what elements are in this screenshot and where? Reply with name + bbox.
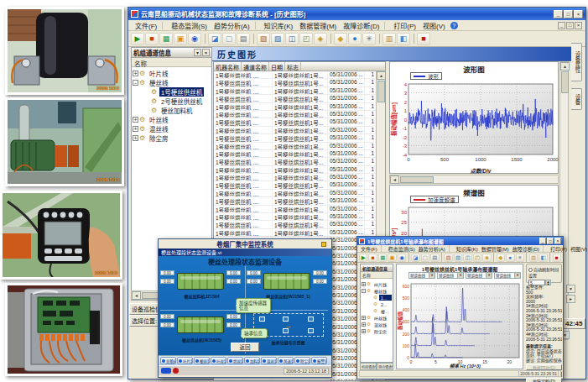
table-row[interactable]: 1号梗丝烘丝机 .... 1号梗丝烘丝机1号... 05/31/2006 ...…	[214, 181, 377, 189]
taskbar-item[interactable]: 梗丝监控	[194, 357, 210, 364]
scroll-down-button[interactable]: ▼	[566, 285, 575, 293]
tree-item[interactable]: + 叶丝线	[133, 115, 211, 124]
table-row[interactable]: 1号梗丝烘丝机 .... 1号梗丝烘丝机1号... 05/31/2006 ...…	[214, 213, 377, 221]
toolbar-button-icon[interactable]: ▣	[388, 254, 396, 262]
toolbar-button-icon[interactable]: ▨	[271, 33, 284, 45]
taskbar-item[interactable]: 除尘监控	[294, 357, 310, 364]
tab-device[interactable]: 设备	[571, 88, 582, 110]
scroll-thumb[interactable]	[561, 71, 569, 93]
toolbar-button-icon[interactable]: ■	[145, 33, 159, 45]
dock-close-icon[interactable]: ×	[202, 49, 210, 56]
menu-item[interactable]: 视图(V)	[419, 21, 449, 30]
table-row[interactable]: 1号梗丝烘丝机 .... 1号梗丝烘丝机1号... 05/31/2006 ...…	[214, 166, 377, 174]
toolbar-button-icon[interactable]: ▧	[444, 254, 452, 262]
tree-item[interactable]: + 除尘房	[362, 327, 392, 334]
menu-item[interactable]: 稳态监测(S)	[387, 245, 417, 253]
action-button[interactable]: 故障诊断(D)	[526, 378, 562, 382]
mdi-close-button[interactable]: ×	[575, 22, 582, 29]
toolbar-button-icon[interactable]: ▣	[174, 33, 187, 45]
scada-inner-titlebar[interactable]: 梗丝处理段状态监测设备.vi	[159, 249, 331, 256]
column-header[interactable]: 标志	[285, 62, 301, 71]
table-row[interactable]: 1号梗丝烘丝机 .... 1号梗丝烘丝机1号... 05/31/2006 ...…	[214, 221, 377, 228]
toolbar-button-icon[interactable]: ◈	[482, 254, 491, 262]
spinner-buttons[interactable]: ▲▼	[545, 280, 551, 285]
radio-icon[interactable]	[528, 268, 533, 272]
tab-point-channels[interactable]: 测点通道信息	[377, 363, 393, 370]
menu-item[interactable]: 打印(P)	[390, 21, 419, 30]
toolbar-button-icon[interactable]: ◉	[398, 254, 406, 262]
menu-item[interactable]	[384, 22, 388, 29]
tree-item[interactable]: 1号梗丝供丝机	[362, 294, 392, 301]
menu-item[interactable]: 数据管理(M)	[296, 21, 340, 30]
pin-icon[interactable]: ▾	[194, 49, 201, 56]
toolbar-button-icon[interactable]: ◧	[397, 33, 410, 45]
help-icon[interactable]: ?	[450, 22, 458, 29]
taskbar-item[interactable]: 加料监控	[244, 357, 260, 364]
table-row[interactable]: 1号梗丝烘丝机 .... 1号梗丝烘丝机1号... 05/31/2006 ...…	[214, 143, 377, 150]
menu-item[interactable]: 数据管理(M)	[480, 245, 511, 253]
toolbar-button-icon[interactable]: ■	[417, 33, 430, 45]
expand-toggle-icon[interactable]: +	[133, 117, 138, 123]
taskbar-item[interactable]: 风送监控	[278, 357, 294, 364]
table-row[interactable]: 1号梗丝烘丝机 .... 1号梗丝烘丝机1号... 05/31/2006 ...…	[214, 111, 377, 118]
toolbar-button-icon[interactable]	[202, 33, 207, 45]
scada-outer-titlebar[interactable]: 卷烟厂集中监控系统	[159, 239, 331, 249]
expand-toggle-icon[interactable]: +	[362, 329, 366, 333]
expand-toggle-icon[interactable]: +	[362, 322, 366, 327]
menu-item[interactable]: 打印(P)	[549, 245, 569, 253]
scroll-thumb[interactable]	[377, 81, 385, 102]
taskbar-item[interactable]: 烘丝监控	[227, 357, 243, 364]
scroll-left-icon[interactable]: ◄	[132, 291, 141, 300]
table-row[interactable]: 1号梗丝烘丝机 .... 1号梗丝烘丝机1号... 05/31/2006 ...…	[214, 174, 377, 181]
tab-device-properties[interactable]: 设备属性	[571, 43, 582, 81]
tree-item[interactable]: + 叶片线	[362, 280, 392, 287]
spectrum-curve-dropdown[interactable]: 频谱曲线 ▼	[466, 272, 492, 279]
expand-toggle-icon[interactable]: -	[362, 289, 366, 293]
table-row[interactable]: 1号梗丝烘丝机 .... 1号梗丝烘丝机1号... 05/31/2006 ...…	[214, 79, 377, 86]
spectrum-curve-dropdown[interactable]: 频谱曲线 ▼	[408, 272, 435, 279]
tree-item[interactable]: + 除尘房	[133, 133, 211, 143]
toolbar-button-icon[interactable]: ◪	[208, 33, 221, 45]
expand-toggle-icon[interactable]: +	[362, 282, 366, 286]
table-row[interactable]: 1号梗丝烘丝机 .... 1号梗丝烘丝机1号... 05/31/2006 ...…	[214, 190, 377, 197]
toolbar-button-icon[interactable]: ▧	[257, 33, 270, 45]
toolbar-button-icon[interactable]: ▦	[378, 254, 387, 262]
toolbar-button-icon[interactable]	[251, 33, 256, 45]
scroll-left-icon[interactable]: ◄	[390, 175, 399, 184]
menu-item[interactable]	[543, 245, 547, 253]
toolbar-button-icon[interactable]: ◫	[285, 33, 299, 45]
table-row[interactable]: 1号梗丝烘丝机 .... 1号梗丝烘丝机1号... 05/31/2006 ...…	[214, 127, 377, 134]
spectrum-curve-dropdown[interactable]: 频谱曲线 ▼	[494, 272, 521, 279]
toolbar-button-icon[interactable]: ▶	[131, 33, 144, 45]
toolbar-button-icon[interactable]: ▨	[454, 254, 462, 262]
toolbar-button-icon[interactable]	[407, 254, 410, 262]
menu-item[interactable]: 故障诊断(D)	[511, 245, 541, 253]
close-button[interactable]: ×	[574, 10, 583, 18]
menu-item[interactable]: 稳态监测(S)	[168, 21, 211, 30]
taskbar-item[interactable]: 叶丝监控	[211, 357, 226, 364]
waterfall-titlebar[interactable]: 1号梗丝烘丝机1号轴承瀑布图谱图 _ □ ×	[357, 237, 563, 245]
table-row[interactable]: 1号梗丝烘丝机 .... 1号梗丝烘丝机1号... 05/31/2006 ...…	[214, 379, 377, 381]
table-row[interactable]: 1号梗丝烘丝机 .... 1号梗丝烘丝机1号... 05/31/2006 ...…	[214, 206, 377, 213]
toolbar-button-icon[interactable]	[411, 33, 416, 45]
minimize-dot-icon[interactable]	[321, 242, 326, 247]
close-button[interactable]: ×	[554, 238, 561, 244]
table-row[interactable]: 1号梗丝烘丝机 .... 1号梗丝烘丝机1号... 05/31/2006 ...…	[214, 197, 377, 205]
menu-item[interactable]: 视图(V)	[569, 245, 588, 253]
toolbar-button-icon[interactable]: ▢	[421, 254, 429, 262]
tree-item[interactable]: 1号梗丝供丝机	[133, 87, 211, 97]
toolbar-button-icon[interactable]: ◧	[539, 254, 547, 262]
menu-item[interactable]	[381, 245, 385, 253]
menu-item[interactable]: 知识库(K)	[455, 245, 480, 253]
tree-item[interactable]: + 叶丝线	[362, 314, 392, 321]
scroll-right-button[interactable]: ►	[566, 295, 575, 303]
toolbar-button-icon[interactable]: ◆	[334, 33, 347, 45]
toolbar-button-icon[interactable]: ●	[506, 254, 514, 262]
expand-toggle-icon[interactable]: +	[133, 71, 138, 76]
table-row[interactable]: 1号梗丝烘丝机 .... 1号梗丝烘丝机1号... 05/31/2006 ...…	[214, 103, 377, 111]
table-row[interactable]: 1号梗丝烘丝机 .... 1号梗丝烘丝机1号... 05/31/2006 ...…	[214, 118, 377, 126]
menu-item[interactable]: 故障诊断(D)	[340, 21, 382, 30]
toolbar-button-icon[interactable]: ▤	[237, 33, 250, 45]
return-button[interactable]: 返回	[231, 343, 259, 352]
table-row[interactable]: 1号梗丝烘丝机 .... 1号梗丝烘丝机1号... 05/31/2006 ...…	[214, 229, 377, 237]
